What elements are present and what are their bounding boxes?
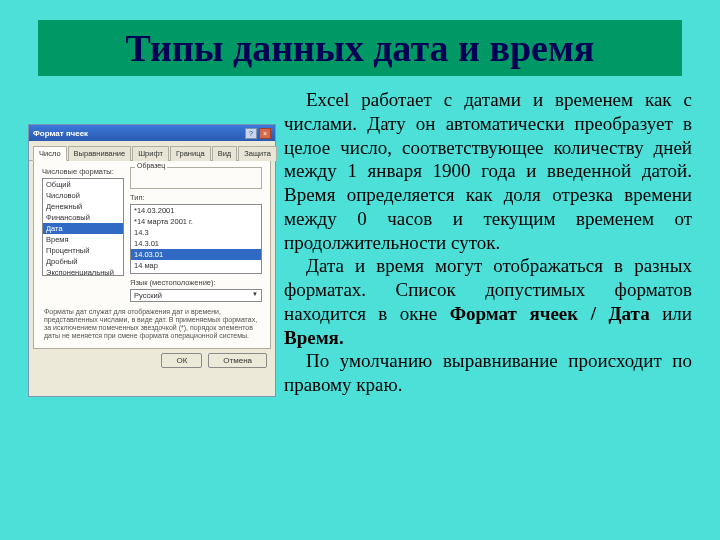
list-item[interactable]: Денежный	[43, 201, 123, 212]
list-item[interactable]: Финансовый	[43, 212, 123, 223]
list-item[interactable]: Общий	[43, 179, 123, 190]
dialog-body: Числовые форматы: Общий Числовой Денежны…	[33, 161, 271, 349]
slide-title: Типы данных дата и время	[48, 26, 672, 70]
cancel-button[interactable]: Отмена	[208, 353, 267, 368]
p2-bold-2: Время.	[284, 327, 344, 348]
language-value: Русский	[134, 291, 162, 300]
slide-title-bar: Типы данных дата и время	[38, 20, 682, 76]
dialog-button-row: ОК Отмена	[29, 349, 275, 376]
list-item[interactable]: *14 марта 2001 г.	[131, 216, 261, 227]
close-icon[interactable]: ×	[259, 128, 271, 139]
type-label: Тип:	[130, 193, 262, 202]
content-row: Формат ячеек ? × Число Выравнивание Шриф…	[0, 88, 720, 397]
tab-font[interactable]: Шрифт	[132, 146, 169, 161]
tab-protection[interactable]: Защита	[238, 146, 277, 161]
list-item[interactable]: 14 мар 01	[131, 271, 261, 274]
help-icon[interactable]: ?	[245, 128, 257, 139]
tab-border[interactable]: Граница	[170, 146, 211, 161]
list-item[interactable]: 14 мар	[131, 260, 261, 271]
paragraph-3: По умолчанию выравнивание про­исходит по…	[284, 349, 692, 397]
list-item[interactable]: 14.3	[131, 227, 261, 238]
list-item-selected[interactable]: Дата	[43, 223, 123, 234]
type-listbox[interactable]: *14.03.2001 *14 марта 2001 г. 14.3 14.3.…	[130, 204, 262, 274]
p2-bold-1: Формат ячеек / Дата	[450, 303, 650, 324]
tab-number[interactable]: Число	[33, 146, 67, 161]
list-item[interactable]: 14.3.01	[131, 238, 261, 249]
list-item[interactable]: Процентный	[43, 245, 123, 256]
format-cells-dialog: Формат ячеек ? × Число Выравнивание Шриф…	[28, 124, 276, 397]
ok-button[interactable]: ОК	[161, 353, 202, 368]
list-item[interactable]: Время	[43, 234, 123, 245]
dialog-title: Формат ячеек	[33, 129, 88, 138]
list-item[interactable]: *14.03.2001	[131, 205, 261, 216]
list-item[interactable]: Числовой	[43, 190, 123, 201]
list-item-selected[interactable]: 14.03.01	[131, 249, 261, 260]
language-label: Язык (местоположение):	[130, 278, 262, 287]
chevron-down-icon: ▼	[252, 291, 258, 300]
dialog-titlebar: Формат ячеек ? ×	[29, 125, 275, 141]
list-item[interactable]: Дробный	[43, 256, 123, 267]
category-label: Числовые форматы:	[42, 167, 124, 176]
tab-fill[interactable]: Вид	[212, 146, 238, 161]
body-text: Excel работает с датами и временем как с…	[284, 88, 692, 397]
sample-label: Образец	[135, 162, 167, 169]
category-listbox[interactable]: Общий Числовой Денежный Финансовый Дата …	[42, 178, 124, 276]
format-description: Форматы дат служат для отображения дат и…	[44, 308, 260, 340]
p2-text-c: или	[650, 303, 692, 324]
tab-alignment[interactable]: Выравнивание	[68, 146, 132, 161]
dialog-tabs: Число Выравнивание Шрифт Граница Вид Защ…	[29, 141, 275, 161]
sample-box: Образец	[130, 167, 262, 189]
paragraph-1: Excel работает с датами и временем как с…	[284, 88, 692, 254]
language-combo[interactable]: Русский ▼	[130, 289, 262, 302]
window-buttons: ? ×	[245, 128, 271, 139]
list-item[interactable]: Экспоненциальный	[43, 267, 123, 276]
paragraph-2: Дата и время могут отображаться в разных…	[284, 254, 692, 349]
